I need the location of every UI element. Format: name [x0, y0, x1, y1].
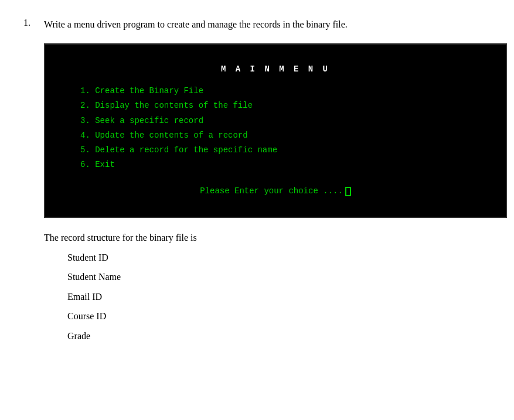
terminal-prompt: Please Enter your choice ....: [69, 184, 482, 199]
terminal-title: M A I N M E N U: [69, 62, 482, 77]
field-email-id: Email ID: [67, 289, 491, 305]
record-section: The record structure for the binary file…: [44, 233, 491, 344]
field-course-id: Course ID: [67, 309, 491, 324]
prompt-text: Please Enter your choice ....: [200, 184, 343, 199]
menu-item-2: 2. Display the contents of the file: [80, 98, 482, 113]
menu-item-6: 6. Exit: [80, 158, 482, 172]
field-student-id: Student ID: [67, 250, 491, 265]
terminal-box: M A I N M E N U 1. Create the Binary Fil…: [44, 43, 507, 218]
field-student-name: Student Name: [67, 269, 491, 285]
menu-item-1: 1. Create the Binary File: [80, 84, 482, 98]
field-grade: Grade: [67, 329, 491, 344]
menu-item-4: 4. Update the contents of a record: [80, 128, 482, 143]
menu-item-5: 5. Delete a record for the specific name: [80, 143, 482, 158]
record-intro: The record structure for the binary file…: [44, 233, 491, 243]
question-number: 1.: [23, 18, 38, 32]
question-text: Write a menu driven program to create an…: [44, 18, 348, 32]
question-container: 1. Write a menu driven program to create…: [23, 18, 491, 32]
cursor-block: [345, 187, 351, 196]
menu-item-3: 3. Seek a specific record: [80, 114, 482, 128]
